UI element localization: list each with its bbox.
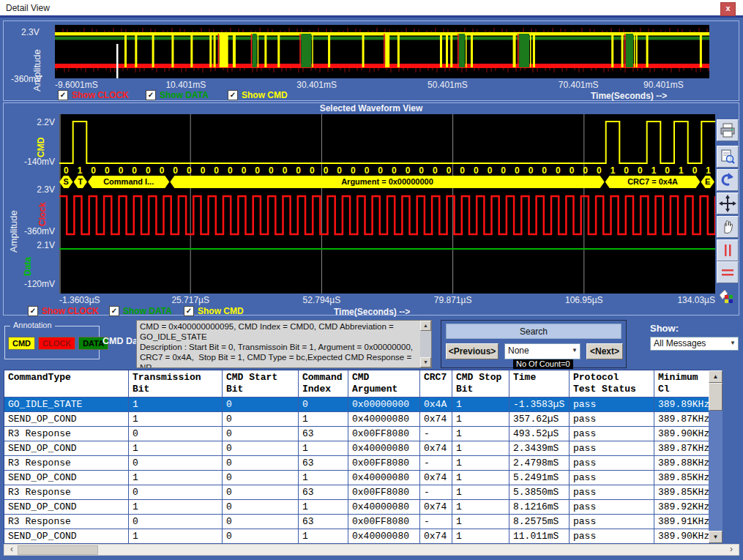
column-header[interactable]: CMD Stop Bit (452, 370, 509, 397)
table-cell: 0x00FF8080 (348, 485, 420, 500)
table-row[interactable]: SEND_OP_COND1010x400000800x7418.1216mSpa… (4, 500, 709, 515)
show-clock-checkbox[interactable]: ✓Show CLOCK (58, 90, 129, 100)
bit-value-label: 0 (597, 165, 602, 176)
column-header[interactable]: Command Index (299, 370, 348, 397)
scrollbar-track[interactable] (709, 411, 723, 531)
table-row[interactable]: R3 Response00630x00FF8080-18.2575mSpass3… (4, 515, 709, 529)
scrollbar-thumb[interactable] (709, 383, 723, 411)
colors-button[interactable] (717, 288, 739, 310)
show-cmd-checkbox[interactable]: ✓Show CMD (228, 90, 288, 100)
table-cell: - (420, 485, 452, 500)
table-cell: - (420, 515, 452, 529)
clock-legend-chip: CLOCK (38, 337, 75, 350)
search-dropdown[interactable]: None ▼ (504, 343, 580, 359)
table-cell: 0 (129, 485, 223, 500)
table-cell: SEND_OP_COND (4, 529, 129, 544)
table-row[interactable]: SEND_OP_COND1010x400000800x7415.2491mSpa… (4, 471, 709, 485)
table-cell: 0x40000080 (348, 500, 420, 515)
scrollbar-thumb[interactable] (18, 545, 98, 555)
column-header[interactable]: Minimum Cl Frequency (654, 370, 709, 397)
checkbox-icon[interactable]: ✓ (58, 90, 68, 100)
table-cell: R3 Response (4, 485, 129, 500)
table-vertical-scrollbar[interactable]: ▲ ▼ (709, 370, 723, 543)
table-cell: 389.88KHz (654, 456, 709, 471)
checkbox-icon[interactable]: ✓ (184, 306, 194, 316)
table-cell: 1 (452, 456, 509, 471)
table-cell: 0x40000080 (348, 441, 420, 456)
table-body: GO_IDLE_STATE1000x000000000x4A1-1.3583µS… (4, 397, 709, 544)
scroll-right-icon[interactable]: › (725, 545, 737, 556)
pan-arrows-button[interactable] (717, 193, 739, 214)
column-header[interactable]: CMD Start Bit (223, 370, 299, 397)
show-cmd-checkbox[interactable]: ✓Show CMD (184, 306, 244, 316)
selected-waveform-area[interactable]: 0100000000000000000000000000000000000000… (59, 114, 715, 294)
scroll-up-icon[interactable]: ▲ (420, 321, 431, 331)
table-cell: 0x00FF8080 (348, 515, 420, 529)
show-data-checkbox[interactable]: ✓Show DATA (109, 306, 172, 316)
bit-value-label: 0 (310, 165, 315, 176)
bit-value-label: 0 (228, 165, 233, 176)
show-clock-checkbox[interactable]: ✓Show CLOCK (28, 306, 99, 316)
table-cell: 0x00FF8080 (348, 456, 420, 471)
cmd-data-scrollbar[interactable]: ▲ ▼ (420, 321, 431, 367)
bit-value-label: 0 (556, 165, 561, 176)
checkbox-icon[interactable]: ✓ (28, 306, 38, 316)
table-cell: 8.1216mS (509, 500, 570, 515)
table-row[interactable]: R3 Response00630x00FF8080-15.3850mSpass3… (4, 485, 709, 500)
table-horizontal-scrollbar[interactable]: ‹ › (4, 544, 739, 556)
column-header[interactable]: Time (509, 370, 570, 397)
scroll-up-icon[interactable]: ▲ (709, 370, 723, 383)
column-header[interactable]: CRC7 (420, 370, 452, 397)
command-table: CommandTypeTransmission BitCMD Start Bit… (4, 370, 710, 545)
cmd-segment-argument: Argument = 0x00000000 (170, 176, 604, 188)
column-header[interactable]: CommandType (4, 370, 129, 397)
annotation-group-title: Annotation (10, 321, 55, 329)
print-preview-button[interactable] (717, 146, 739, 168)
table-cell: pass (570, 397, 654, 412)
table-cell: 357.62µS (509, 412, 570, 427)
table-cell: 0x40000080 (348, 412, 420, 427)
table-row[interactable]: SEND_OP_COND1010x400000800x741357.62µSpa… (4, 412, 709, 427)
checkbox-icon[interactable]: ✓ (146, 90, 156, 100)
column-header[interactable]: Transmission Bit (129, 370, 223, 397)
undo-button[interactable] (717, 169, 739, 191)
close-button[interactable]: x (720, 2, 736, 16)
table-row[interactable]: SEND_OP_COND1010x400000800x74111.011mSpa… (4, 529, 709, 544)
table-cell: 389.87KHz (654, 441, 709, 456)
overview-waveform-area[interactable] (55, 25, 709, 78)
table-row[interactable]: R3 Response00630x00FF8080-1493.52µSpass3… (4, 427, 709, 441)
show-data-checkbox[interactable]: ✓Show DATA (146, 90, 209, 100)
selected-time-axis: -1.3603µS25.717µS52.794µS79.871µS106.95µ… (59, 295, 715, 305)
table-cell: 389.91KHz (654, 515, 709, 529)
vertical-cursors-button[interactable] (717, 239, 739, 261)
bit-value-label: 0 (419, 165, 424, 176)
checkbox-icon[interactable]: ✓ (228, 90, 238, 100)
table-cell: 0x74 (420, 441, 452, 456)
previous-button[interactable]: <Previous> (446, 343, 499, 359)
table-cell: GO_IDLE_STATE (4, 397, 129, 412)
show-dropdown[interactable]: All Messages ▼ (650, 337, 739, 351)
print-button[interactable] (717, 119, 739, 141)
table-cell: 2.3439mS (509, 441, 570, 456)
cmd-data-textbox[interactable]: CMD = 0x400000000095, CMD Index = CMD0, … (136, 320, 432, 368)
bit-value-label: 0 (638, 165, 643, 176)
table-cell: 1 (129, 412, 223, 427)
bit-value-label: 0 (255, 165, 260, 176)
table-row[interactable]: R3 Response00630x00FF8080-12.4798mSpass3… (4, 456, 709, 471)
scroll-left-icon[interactable]: ‹ (6, 545, 18, 556)
scroll-down-icon[interactable]: ▼ (709, 531, 723, 543)
scroll-down-icon[interactable]: ▼ (420, 357, 431, 367)
table-row[interactable]: GO_IDLE_STATE1000x000000000x4A1-1.3583µS… (4, 397, 709, 412)
column-header[interactable]: Protocol Test Status (570, 370, 654, 397)
horizontal-cursors-button[interactable] (717, 261, 739, 283)
next-button[interactable]: <Next> (586, 343, 623, 359)
table-cell: 0 (223, 500, 299, 515)
checkbox-icon[interactable]: ✓ (109, 306, 119, 316)
column-header[interactable]: CMD Argument (348, 370, 420, 397)
table-cell: 389.90KHz (654, 529, 709, 544)
table-cell: - (420, 456, 452, 471)
checkbox-label: Show CMD (198, 306, 244, 316)
annotation-group: Annotation CMDCLOCKDATA (4, 326, 100, 359)
hand-button[interactable] (717, 216, 739, 238)
table-row[interactable]: SEND_OP_COND1010x400000800x7412.3439mSpa… (4, 441, 709, 456)
